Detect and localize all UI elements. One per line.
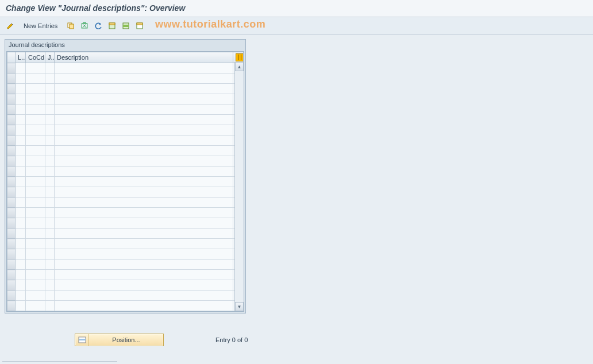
table-row[interactable]: [7, 177, 244, 187]
column-header-description[interactable]: Description: [55, 52, 233, 63]
delete-button[interactable]: export-icon: [79, 20, 90, 32]
scroll-up-button[interactable]: ▲: [235, 62, 244, 71]
row-selector[interactable]: [7, 270, 16, 280]
row-selector[interactable]: [7, 73, 16, 84]
table-row[interactable]: [7, 84, 244, 94]
table-row[interactable]: [7, 218, 244, 229]
cell[interactable]: [16, 208, 26, 218]
table-row[interactable]: [7, 135, 244, 146]
cell[interactable]: [16, 156, 26, 166]
column-header-j[interactable]: J..: [45, 52, 55, 63]
cell[interactable]: [45, 229, 55, 239]
toggle-display-change-button[interactable]: pencil-icon: [5, 20, 16, 32]
cell[interactable]: [55, 115, 233, 125]
cell[interactable]: [55, 249, 233, 260]
row-selector[interactable]: [7, 249, 16, 260]
table-row[interactable]: [7, 239, 244, 249]
cell[interactable]: [16, 73, 26, 84]
table-row[interactable]: [7, 156, 244, 166]
cell[interactable]: [16, 187, 26, 198]
cell[interactable]: [45, 84, 55, 94]
cell[interactable]: [26, 229, 45, 239]
deselect-all-button[interactable]: deselect-icon: [134, 20, 145, 32]
row-selector[interactable]: [7, 291, 16, 301]
cell[interactable]: [45, 249, 55, 260]
row-selector[interactable]: [7, 63, 16, 73]
row-selector[interactable]: [7, 260, 16, 270]
cell[interactable]: [55, 166, 233, 177]
copy-as-button[interactable]: copy-icon: [65, 20, 76, 32]
cell[interactable]: [45, 270, 55, 280]
table-row[interactable]: [7, 291, 244, 301]
row-selector[interactable]: [7, 229, 16, 239]
cell[interactable]: [55, 198, 233, 208]
cell[interactable]: [45, 177, 55, 187]
cell[interactable]: [55, 125, 233, 135]
cell[interactable]: [16, 218, 26, 229]
cell[interactable]: [26, 260, 45, 270]
cell[interactable]: [45, 166, 55, 177]
cell[interactable]: [26, 177, 45, 187]
select-all-button[interactable]: select-all-icon: [106, 20, 118, 32]
table-row[interactable]: [7, 63, 244, 73]
cell[interactable]: [55, 156, 233, 166]
table-row[interactable]: [7, 301, 244, 311]
cell[interactable]: [45, 73, 55, 84]
cell[interactable]: [16, 135, 26, 146]
cell[interactable]: [45, 208, 55, 218]
row-selector[interactable]: [7, 198, 16, 208]
cell[interactable]: [55, 280, 233, 291]
cell[interactable]: [26, 270, 45, 280]
cell[interactable]: [16, 94, 26, 104]
vertical-scrollbar[interactable]: ▲ ▼: [234, 62, 244, 311]
cell[interactable]: [16, 280, 26, 291]
cell[interactable]: [26, 63, 45, 73]
table-row[interactable]: [7, 260, 244, 270]
cell[interactable]: [45, 198, 55, 208]
undo-change-button[interactable]: undo-icon: [93, 20, 104, 32]
table-row[interactable]: [7, 104, 244, 115]
cell[interactable]: [26, 156, 45, 166]
row-selector[interactable]: [7, 166, 16, 177]
cell[interactable]: [45, 156, 55, 166]
cell[interactable]: [55, 291, 233, 301]
cell[interactable]: [26, 125, 45, 135]
cell[interactable]: [45, 260, 55, 270]
cell[interactable]: [16, 291, 26, 301]
cell[interactable]: [55, 239, 233, 249]
cell[interactable]: [55, 187, 233, 198]
table-row[interactable]: [7, 229, 244, 239]
cell[interactable]: [16, 239, 26, 249]
table-row[interactable]: [7, 94, 244, 104]
row-selector[interactable]: [7, 187, 16, 198]
cell[interactable]: [55, 177, 233, 187]
table-row[interactable]: [7, 270, 244, 280]
cell[interactable]: [26, 280, 45, 291]
row-selector[interactable]: [7, 301, 16, 311]
cell[interactable]: [26, 218, 45, 229]
cell[interactable]: [16, 301, 26, 311]
cell[interactable]: [55, 73, 233, 84]
cell[interactable]: [16, 177, 26, 187]
cell[interactable]: [55, 301, 233, 311]
row-selector[interactable]: [7, 125, 16, 135]
table-row[interactable]: [7, 125, 244, 135]
cell[interactable]: [26, 146, 45, 156]
cell[interactable]: [16, 146, 26, 156]
row-selector[interactable]: [7, 104, 16, 115]
cell[interactable]: [16, 104, 26, 115]
table-config-button[interactable]: [233, 52, 244, 63]
scroll-down-button[interactable]: ▼: [235, 302, 244, 311]
cell[interactable]: [55, 63, 233, 73]
cell[interactable]: [55, 135, 233, 146]
cell[interactable]: [16, 229, 26, 239]
position-button[interactable]: Position...: [75, 334, 164, 346]
cell[interactable]: [26, 135, 45, 146]
row-selector[interactable]: [7, 115, 16, 125]
table-row[interactable]: [7, 198, 244, 208]
cell[interactable]: [45, 146, 55, 156]
cell[interactable]: [26, 73, 45, 84]
cell[interactable]: [55, 229, 233, 239]
cell[interactable]: [26, 198, 45, 208]
table-row[interactable]: [7, 73, 244, 84]
